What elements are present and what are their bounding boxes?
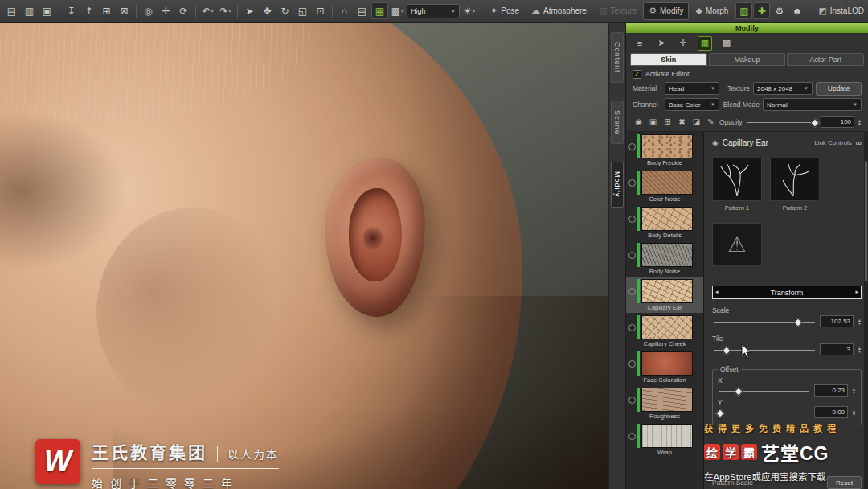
- snap-tool-icon[interactable]: ⊡: [312, 2, 329, 19]
- transform-button[interactable]: ◂ Transform ▸: [712, 286, 862, 299]
- layer-thumbnail[interactable]: [641, 207, 693, 231]
- tile-slider[interactable]: [712, 345, 817, 355]
- layer-item-face-coloration[interactable]: Face Coloration: [626, 349, 703, 385]
- scale-spinner[interactable]: ▲▼: [858, 315, 862, 327]
- opacity-slider-handle[interactable]: [811, 118, 820, 127]
- tab-actor-part[interactable]: Actor Part: [787, 53, 864, 66]
- tile-slider-handle[interactable]: [723, 346, 731, 355]
- pin-icon[interactable]: ✛: [676, 36, 690, 51]
- pattern-1[interactable]: Pattern 1: [712, 158, 762, 212]
- brush-icon[interactable]: ➤: [654, 36, 669, 51]
- pattern-2-thumbnail[interactable]: [770, 158, 820, 201]
- home-view-icon[interactable]: ⌂: [336, 2, 353, 19]
- quality-dropdown[interactable]: High ▼: [407, 4, 460, 18]
- offset-x-slider[interactable]: [718, 386, 811, 396]
- layer-toggle[interactable]: [628, 216, 636, 223]
- blend-mode-dropdown[interactable]: Normal ▼: [763, 98, 862, 111]
- tile-spinner[interactable]: ▲▼: [858, 343, 862, 355]
- activate-editor-checkbox[interactable]: ✓: [633, 70, 641, 79]
- atmosphere-button[interactable]: ☁ Atmosphere: [526, 2, 592, 20]
- layer-toggle[interactable]: [628, 360, 636, 368]
- offset-y-spinner[interactable]: ▲▼: [852, 406, 856, 418]
- layer-item-body-freckle[interactable]: Body Freckle: [626, 132, 703, 168]
- select-tool-icon[interactable]: ➤: [241, 2, 258, 19]
- update-button[interactable]: Update: [816, 82, 862, 96]
- pan-tool-icon[interactable]: ✛: [158, 2, 174, 19]
- offset-x-spinner[interactable]: ▲▼: [852, 384, 856, 397]
- opacity-value[interactable]: 100: [821, 116, 854, 128]
- opacity-slider[interactable]: [745, 117, 818, 127]
- layer-item-capillary-ear[interactable]: Capillary Ear: [626, 277, 703, 313]
- instalod-button[interactable]: ◩ InstaLOD ▾: [813, 2, 868, 20]
- pattern-1-thumbnail[interactable]: [712, 158, 762, 201]
- tab-scene[interactable]: Scene: [611, 101, 624, 145]
- layer-thumbnail[interactable]: [641, 351, 693, 376]
- layer-toggle[interactable]: [628, 397, 636, 404]
- zoom-tool-icon[interactable]: ◎: [140, 2, 157, 19]
- tile-value[interactable]: 3: [820, 343, 854, 355]
- undo-icon[interactable]: ↶▾: [199, 2, 216, 19]
- new-project-icon[interactable]: ▤: [3, 2, 20, 19]
- offset-x-value[interactable]: 0.23: [814, 384, 848, 397]
- properties-scrollbar[interactable]: [864, 132, 868, 489]
- layer-toggle[interactable]: [628, 324, 636, 331]
- modify-button[interactable]: ⚙ Modify: [643, 2, 689, 20]
- lighting-icon[interactable]: ☀▾: [461, 2, 477, 19]
- link-controls-label[interactable]: Link Controls: [814, 139, 852, 146]
- wireframe-icon[interactable]: ▩▾: [389, 2, 406, 19]
- layer-thumbnail[interactable]: [641, 243, 693, 267]
- offset-y-value[interactable]: 0.00: [814, 406, 848, 418]
- physics-icon[interactable]: ⚙: [771, 2, 788, 19]
- tab-modify[interactable]: Modify: [611, 162, 624, 208]
- scale-value[interactable]: 102.53: [820, 315, 854, 327]
- offset-y-slider[interactable]: [718, 408, 811, 417]
- layer-toggle[interactable]: [628, 252, 636, 259]
- duplicate-layer-icon[interactable]: ▣: [647, 116, 659, 128]
- scale-tool-icon[interactable]: ◱: [294, 2, 311, 19]
- tab-makeup[interactable]: Makeup: [709, 53, 786, 66]
- orbit-tool-icon[interactable]: ⟳: [175, 2, 192, 19]
- texture-size-dropdown[interactable]: 2048 x 2048 ▼: [753, 82, 813, 95]
- scale-slider[interactable]: [712, 317, 817, 327]
- sliders-icon[interactable]: ≡: [633, 36, 647, 51]
- panel-title-bar[interactable]: Modify: [626, 23, 868, 33]
- layer-toggle[interactable]: [628, 179, 636, 187]
- layer-item-body-details[interactable]: Body Details: [626, 204, 703, 240]
- pattern-2[interactable]: Pattern 2: [770, 158, 820, 212]
- layer-item-roughness[interactable]: Roughness: [626, 385, 703, 421]
- scale-slider-handle[interactable]: [793, 318, 802, 327]
- layer-item-wrap[interactable]: Wrap: [626, 421, 703, 458]
- pattern-3-empty-slot[interactable]: ⚠: [712, 223, 762, 266]
- layer-thumbnail[interactable]: [641, 424, 693, 448]
- save-project-icon[interactable]: ▣: [39, 2, 55, 19]
- layer-thumbnail[interactable]: [641, 388, 693, 412]
- layer-toggle[interactable]: [628, 433, 636, 440]
- import-icon[interactable]: ↧: [63, 2, 80, 19]
- move-tool-icon[interactable]: ✥: [259, 2, 276, 19]
- scene-info-icon[interactable]: ▤: [354, 2, 371, 19]
- export-icon[interactable]: ↥: [80, 2, 97, 19]
- layer-thumbnail[interactable]: [641, 134, 693, 158]
- tab-skin[interactable]: Skin: [630, 53, 707, 66]
- render-mode-icon[interactable]: ▦: [371, 2, 388, 19]
- layer-toggle[interactable]: [628, 143, 636, 150]
- redo-icon[interactable]: ↷▾: [217, 2, 234, 19]
- mask-icon[interactable]: ◪: [690, 116, 702, 128]
- morph-button[interactable]: ◆ Morph: [690, 2, 734, 20]
- layer-item-capillary-cheek[interactable]: Capillary Cheek: [626, 313, 703, 349]
- avatar-icon[interactable]: ☻: [788, 2, 805, 19]
- add-layer-icon[interactable]: ⊞: [661, 116, 674, 128]
- skingen-icon[interactable]: ▧: [735, 2, 752, 19]
- material-dropdown[interactable]: Head ▼: [665, 82, 719, 95]
- layer-item-body-noise[interactable]: Body Noise: [626, 240, 703, 277]
- offset-x-slider-handle[interactable]: [734, 387, 743, 396]
- scrollbar-thumb[interactable]: [865, 161, 867, 282]
- edit-layer-icon[interactable]: ✎: [705, 116, 717, 128]
- capture-icon[interactable]: ⊠: [116, 2, 133, 19]
- offset-y-slider-handle[interactable]: [716, 409, 725, 417]
- tab-content[interactable]: Content: [611, 32, 624, 83]
- open-project-icon[interactable]: ▥: [21, 2, 38, 19]
- layer-item-color-noise[interactable]: Color Noise: [626, 168, 703, 204]
- pose-button[interactable]: ✦ Pose: [485, 2, 525, 20]
- merge-icon[interactable]: ⊞: [98, 2, 115, 19]
